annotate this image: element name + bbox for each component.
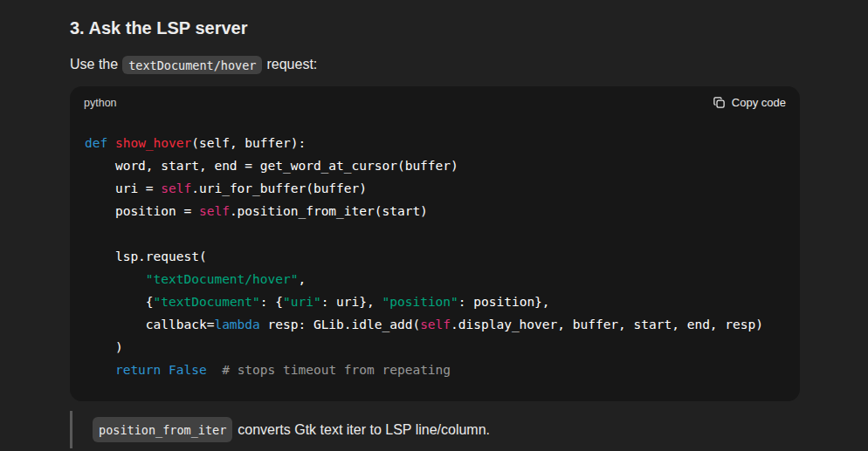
chat-message: 3. Ask the LSP server Use thetextDocumen… bbox=[0, 0, 868, 448]
intro-text-before: Use the bbox=[70, 57, 118, 72]
copy-icon bbox=[713, 96, 726, 109]
intro-paragraph: Use thetextDocument/hoverrequest: bbox=[70, 54, 800, 75]
code-line: lsp.request( bbox=[85, 245, 786, 268]
section-heading: 3. Ask the LSP server bbox=[70, 17, 800, 39]
inline-code-textdocument-hover: textDocument/hover bbox=[122, 56, 262, 74]
copy-code-button[interactable]: Copy code bbox=[713, 96, 786, 109]
copy-code-label: Copy code bbox=[732, 96, 786, 109]
code-line: callback=lambda resp: GLib.idle_add(self… bbox=[85, 313, 786, 336]
code-block: python Copy code def show_hover(self, bu… bbox=[70, 86, 800, 401]
blockquote-text: converts Gtk text iter to LSP line/colum… bbox=[238, 420, 490, 441]
code-language-label: python bbox=[84, 97, 117, 109]
blockquote: position_from_iterconverts Gtk text iter… bbox=[70, 411, 800, 448]
code-line bbox=[85, 222, 786, 245]
code-line: word, start, end = get_word_at_cursor(bu… bbox=[85, 154, 786, 177]
code-content: def show_hover(self, buffer): word, star… bbox=[70, 118, 800, 401]
code-line: return False # stops timeout from repeat… bbox=[85, 359, 786, 381]
code-line: def show_hover(self, buffer): bbox=[85, 132, 786, 154]
code-line: uri = self.uri_for_buffer(buffer) bbox=[85, 177, 786, 200]
code-line: "textDocument/hover", bbox=[85, 268, 786, 290]
intro-text-after: request: bbox=[266, 57, 317, 72]
code-line: {"textDocument": {"uri": uri}, "position… bbox=[85, 290, 786, 313]
code-line: position = self.position_from_iter(start… bbox=[85, 200, 786, 222]
code-block-header: python Copy code bbox=[70, 86, 800, 118]
code-line: ) bbox=[85, 336, 786, 359]
inline-code-position-from-iter: position_from_iter bbox=[93, 417, 232, 442]
